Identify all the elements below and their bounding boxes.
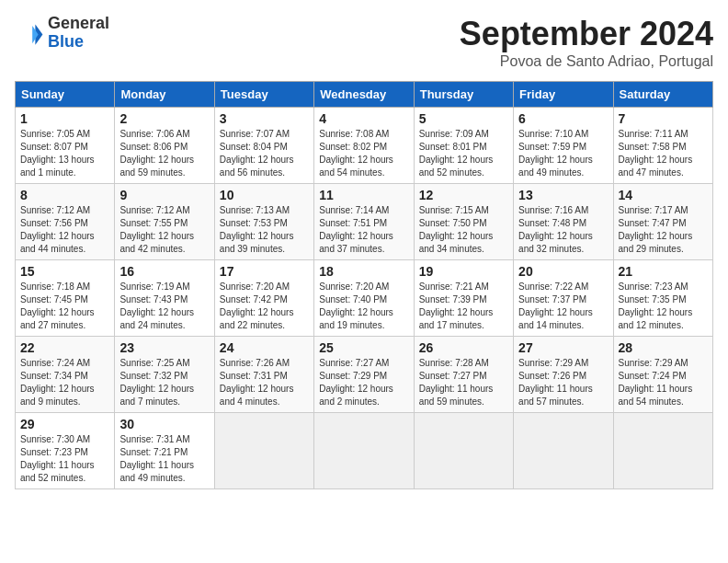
header-cell-tuesday: Tuesday <box>214 82 313 108</box>
day-info: Sunrise: 7:12 AMSunset: 7:55 PMDaylight:… <box>119 204 209 256</box>
day-info: Sunrise: 7:10 AMSunset: 7:59 PMDaylight:… <box>518 128 608 179</box>
week-row-4: 22Sunrise: 7:24 AMSunset: 7:34 PMDayligh… <box>16 337 713 413</box>
day-cell: 24Sunrise: 7:26 AMSunset: 7:31 PMDayligh… <box>214 337 313 413</box>
day-info: Sunrise: 7:11 AMSunset: 7:58 PMDaylight:… <box>619 128 708 179</box>
day-number: 3 <box>220 111 309 126</box>
day-info: Sunrise: 7:19 AMSunset: 7:43 PMDaylight:… <box>119 281 209 332</box>
day-cell: 13Sunrise: 7:16 AMSunset: 7:48 PMDayligh… <box>514 184 613 260</box>
day-number: 29 <box>20 417 109 431</box>
header-cell-friday: Friday <box>514 82 613 108</box>
day-cell: 18Sunrise: 7:20 AMSunset: 7:40 PMDayligh… <box>314 260 414 337</box>
day-cell: 29Sunrise: 7:30 AMSunset: 7:23 PMDayligh… <box>16 413 115 489</box>
day-number: 14 <box>619 188 708 202</box>
day-number: 16 <box>119 264 209 279</box>
week-row-5: 29Sunrise: 7:30 AMSunset: 7:23 PMDayligh… <box>16 413 713 489</box>
day-number: 21 <box>619 264 708 279</box>
day-info: Sunrise: 7:13 AMSunset: 7:53 PMDaylight:… <box>220 204 309 256</box>
day-number: 11 <box>319 188 408 202</box>
calendar-body: 1Sunrise: 7:05 AMSunset: 8:07 PMDaylight… <box>16 108 713 489</box>
day-number: 9 <box>119 188 209 202</box>
day-info: Sunrise: 7:29 AMSunset: 7:24 PMDaylight:… <box>619 357 708 408</box>
day-info: Sunrise: 7:20 AMSunset: 7:42 PMDaylight:… <box>220 281 309 332</box>
day-number: 30 <box>119 417 209 431</box>
day-cell: 9Sunrise: 7:12 AMSunset: 7:55 PMDaylight… <box>115 184 214 260</box>
header-cell-sunday: Sunday <box>16 82 115 108</box>
day-info: Sunrise: 7:24 AMSunset: 7:34 PMDaylight:… <box>20 357 109 408</box>
day-cell: 4Sunrise: 7:08 AMSunset: 8:02 PMDaylight… <box>314 108 414 184</box>
logo-blue-text: Blue <box>48 32 84 51</box>
day-cell: 2Sunrise: 7:06 AMSunset: 8:06 PMDaylight… <box>115 108 214 184</box>
day-cell: 20Sunrise: 7:22 AMSunset: 7:37 PMDayligh… <box>514 260 613 337</box>
day-cell: 8Sunrise: 7:12 AMSunset: 7:56 PMDaylight… <box>16 184 115 260</box>
week-row-1: 1Sunrise: 7:05 AMSunset: 8:07 PMDaylight… <box>16 108 713 184</box>
day-number: 27 <box>518 340 608 355</box>
day-cell <box>414 413 513 489</box>
day-info: Sunrise: 7:14 AMSunset: 7:51 PMDaylight:… <box>319 204 408 256</box>
day-cell: 15Sunrise: 7:18 AMSunset: 7:45 PMDayligh… <box>16 260 115 337</box>
day-cell: 16Sunrise: 7:19 AMSunset: 7:43 PMDayligh… <box>115 260 214 337</box>
day-info: Sunrise: 7:09 AMSunset: 8:01 PMDaylight:… <box>419 128 508 179</box>
calendar-header: SundayMondayTuesdayWednesdayThursdayFrid… <box>16 82 713 108</box>
day-cell: 5Sunrise: 7:09 AMSunset: 8:01 PMDaylight… <box>414 108 513 184</box>
day-cell: 1Sunrise: 7:05 AMSunset: 8:07 PMDaylight… <box>16 108 115 184</box>
day-cell: 10Sunrise: 7:13 AMSunset: 7:53 PMDayligh… <box>214 184 313 260</box>
week-row-2: 8Sunrise: 7:12 AMSunset: 7:56 PMDaylight… <box>16 184 713 260</box>
day-info: Sunrise: 7:07 AMSunset: 8:04 PMDaylight:… <box>220 128 309 179</box>
day-number: 22 <box>20 340 109 355</box>
day-cell: 25Sunrise: 7:27 AMSunset: 7:29 PMDayligh… <box>314 337 414 413</box>
day-info: Sunrise: 7:28 AMSunset: 7:27 PMDaylight:… <box>419 357 508 408</box>
day-cell: 3Sunrise: 7:07 AMSunset: 8:04 PMDaylight… <box>214 108 313 184</box>
day-cell: 27Sunrise: 7:29 AMSunset: 7:26 PMDayligh… <box>514 337 613 413</box>
day-cell: 7Sunrise: 7:11 AMSunset: 7:58 PMDaylight… <box>613 108 712 184</box>
day-number: 26 <box>419 340 508 355</box>
calendar-table: SundayMondayTuesdayWednesdayThursdayFrid… <box>15 81 713 489</box>
day-number: 13 <box>518 188 608 202</box>
day-cell <box>214 413 313 489</box>
day-number: 19 <box>419 264 508 279</box>
day-info: Sunrise: 7:26 AMSunset: 7:31 PMDaylight:… <box>220 357 309 408</box>
month-title: September 2024 <box>460 15 713 53</box>
day-cell <box>613 413 712 489</box>
header-row: SundayMondayTuesdayWednesdayThursdayFrid… <box>16 82 713 108</box>
day-cell: 12Sunrise: 7:15 AMSunset: 7:50 PMDayligh… <box>414 184 513 260</box>
location-subtitle: Povoa de Santo Adriao, Portugal <box>460 53 713 70</box>
day-number: 1 <box>20 111 109 126</box>
day-info: Sunrise: 7:23 AMSunset: 7:35 PMDaylight:… <box>619 281 708 332</box>
day-number: 5 <box>419 111 508 126</box>
day-number: 12 <box>419 188 508 202</box>
day-info: Sunrise: 7:06 AMSunset: 8:06 PMDaylight:… <box>119 128 209 179</box>
day-cell: 21Sunrise: 7:23 AMSunset: 7:35 PMDayligh… <box>613 260 712 337</box>
day-info: Sunrise: 7:15 AMSunset: 7:50 PMDaylight:… <box>419 204 508 256</box>
day-number: 15 <box>20 264 109 279</box>
day-number: 6 <box>518 111 608 126</box>
day-cell: 28Sunrise: 7:29 AMSunset: 7:24 PMDayligh… <box>613 337 712 413</box>
day-number: 28 <box>619 340 708 355</box>
day-number: 25 <box>319 340 408 355</box>
day-number: 10 <box>220 188 309 202</box>
title-block: September 2024 Povoa de Santo Adriao, Po… <box>460 15 713 70</box>
day-number: 18 <box>319 264 408 279</box>
day-number: 7 <box>619 111 708 126</box>
day-info: Sunrise: 7:22 AMSunset: 7:37 PMDaylight:… <box>518 281 608 332</box>
day-info: Sunrise: 7:08 AMSunset: 8:02 PMDaylight:… <box>319 128 408 179</box>
day-info: Sunrise: 7:20 AMSunset: 7:40 PMDaylight:… <box>319 281 408 332</box>
day-cell: 30Sunrise: 7:31 AMSunset: 7:21 PMDayligh… <box>115 413 214 489</box>
day-number: 8 <box>20 188 109 202</box>
week-row-3: 15Sunrise: 7:18 AMSunset: 7:45 PMDayligh… <box>16 260 713 337</box>
day-info: Sunrise: 7:21 AMSunset: 7:39 PMDaylight:… <box>419 281 508 332</box>
day-info: Sunrise: 7:30 AMSunset: 7:23 PMDaylight:… <box>20 433 109 485</box>
day-cell <box>514 413 613 489</box>
day-cell: 17Sunrise: 7:20 AMSunset: 7:42 PMDayligh… <box>214 260 313 337</box>
day-info: Sunrise: 7:12 AMSunset: 7:56 PMDaylight:… <box>20 204 109 256</box>
day-number: 20 <box>518 264 608 279</box>
header-cell-monday: Monday <box>115 82 214 108</box>
day-info: Sunrise: 7:17 AMSunset: 7:47 PMDaylight:… <box>619 204 708 256</box>
page-header: General Blue September 2024 Povoa de San… <box>15 15 713 70</box>
day-cell <box>314 413 414 489</box>
day-number: 24 <box>220 340 309 355</box>
day-cell: 22Sunrise: 7:24 AMSunset: 7:34 PMDayligh… <box>16 337 115 413</box>
day-info: Sunrise: 7:31 AMSunset: 7:21 PMDaylight:… <box>119 433 209 485</box>
day-cell: 11Sunrise: 7:14 AMSunset: 7:51 PMDayligh… <box>314 184 414 260</box>
logo-icon <box>15 18 44 48</box>
day-info: Sunrise: 7:27 AMSunset: 7:29 PMDaylight:… <box>319 357 408 408</box>
